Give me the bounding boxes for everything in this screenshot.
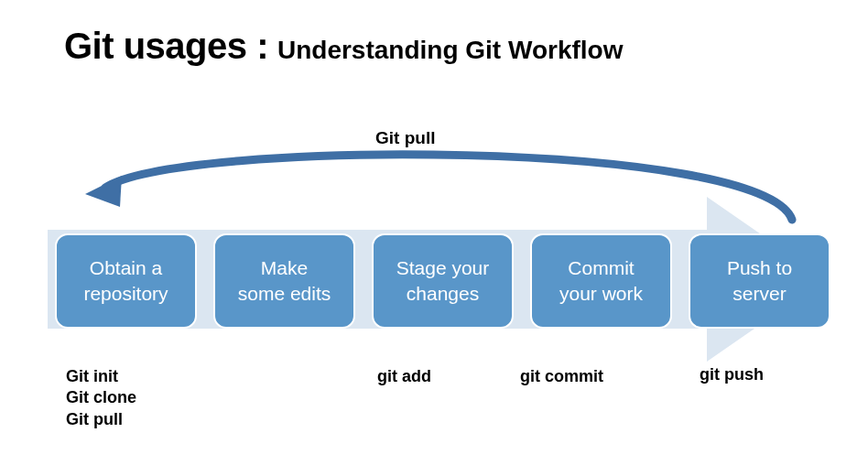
step-line: Push to [727,255,792,281]
command-git-push: git push [700,364,764,385]
step-line: your work [559,281,643,307]
step-line: some edits [238,281,331,307]
slide-title: Git usages : Understanding Git Workflow [64,26,623,67]
step-line: Stage your [396,255,490,281]
command-git-add: git add [377,366,431,387]
command-git-commit: git commit [520,366,603,387]
workflow-steps: Obtain a repository Make some edits Stag… [55,233,830,329]
step-line: changes [407,281,479,307]
git-pull-arrow-icon [69,146,801,229]
title-subtitle: Understanding Git Workflow [277,36,623,65]
step-line: Make [261,255,308,281]
step-make-edits: Make some edits [213,233,355,329]
step-line: server [732,281,786,307]
commands-obtain: Git init Git clone Git pull [66,366,136,430]
step-commit-work: Commit your work [530,233,672,329]
step-stage-changes: Stage your changes [372,233,514,329]
title-main: Git usages : [64,26,268,67]
step-obtain-repository: Obtain a repository [55,233,197,329]
svg-marker-1 [85,176,122,207]
step-push-server: Push to server [689,233,830,329]
step-line: Obtain a [90,255,162,281]
step-line: repository [83,281,168,307]
step-line: Commit [568,255,634,281]
git-pull-label: Git pull [375,128,435,148]
